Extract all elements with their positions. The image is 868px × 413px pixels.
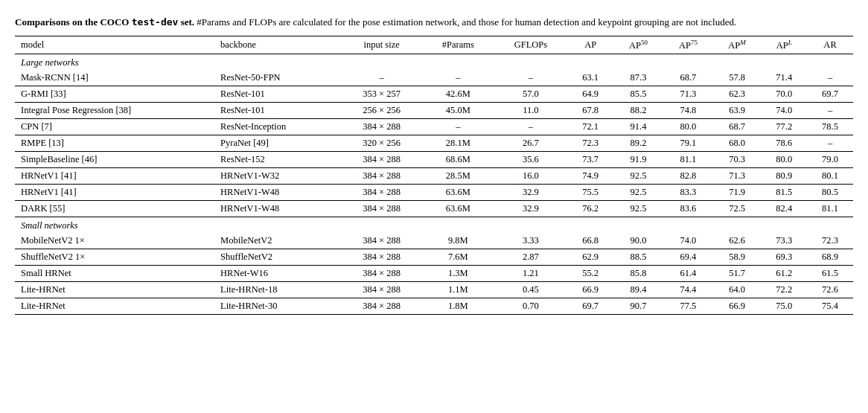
cell-ap50: 85.8 xyxy=(613,265,663,281)
cell-apm: 70.3 xyxy=(713,151,761,167)
cell-params: 28.1M xyxy=(422,135,494,151)
cell-ap: 62.9 xyxy=(567,249,613,265)
cell-apm: 71.3 xyxy=(713,167,761,184)
cell-ap75: 80.0 xyxy=(663,118,713,135)
cell-apm: 51.7 xyxy=(713,265,761,281)
cell-input_size: 384 × 288 xyxy=(341,184,422,200)
cell-backbone: ResNet-101 xyxy=(214,86,341,102)
cell-input_size: 353 × 257 xyxy=(341,86,422,102)
cell-input_size: 384 × 288 xyxy=(341,298,422,314)
col-header-backbone: backbone xyxy=(214,36,341,54)
cell-ap75: 74.8 xyxy=(663,102,713,118)
cell-ap: 66.8 xyxy=(567,233,613,249)
cell-gflops: 35.6 xyxy=(494,151,568,167)
cell-gflops: 32.9 xyxy=(494,200,568,217)
cell-ap50: 90.0 xyxy=(613,233,663,249)
col-header-apm: APM xyxy=(713,36,761,54)
cell-params: 45.0M xyxy=(422,102,494,118)
cell-params: 7.6M xyxy=(422,249,494,265)
section-label: Small networks xyxy=(15,217,853,233)
cell-apl: 80.0 xyxy=(761,151,807,167)
cell-input_size: 384 × 288 xyxy=(341,281,422,298)
cell-ar: 78.5 xyxy=(807,118,853,135)
cell-ap50: 87.3 xyxy=(613,70,663,86)
cell-input_size: 384 × 288 xyxy=(341,249,422,265)
cell-params: 9.8M xyxy=(422,233,494,249)
cell-ar: 80.5 xyxy=(807,184,853,200)
cell-apl: 82.4 xyxy=(761,200,807,217)
cell-apm: 72.5 xyxy=(713,200,761,217)
col-header-gflops: GFLOPs xyxy=(494,36,568,54)
table-row: HRNetV1 [41]HRNetV1-W48384 × 28863.6M32.… xyxy=(15,184,853,200)
cell-ar: 81.1 xyxy=(807,200,853,217)
cell-params: 68.6M xyxy=(422,151,494,167)
cell-ar: – xyxy=(807,135,853,151)
cell-params: 1.8M xyxy=(422,298,494,314)
cell-ap: 74.9 xyxy=(567,167,613,184)
cell-backbone: ResNet-Inception xyxy=(214,118,341,135)
cell-model: Lite-HRNet xyxy=(15,281,214,298)
col-header-ap50: AP50 xyxy=(613,36,663,54)
cell-apl: 74.0 xyxy=(761,102,807,118)
cell-ap75: 74.4 xyxy=(663,281,713,298)
cell-backbone: ResNet-152 xyxy=(214,151,341,167)
cell-params: 28.5M xyxy=(422,167,494,184)
cell-ar: 69.7 xyxy=(807,86,853,102)
cell-backbone: Lite-HRNet-30 xyxy=(214,298,341,314)
cell-ap50: 92.5 xyxy=(613,167,663,184)
col-header-ap: AP xyxy=(567,36,613,54)
cell-ap50: 89.2 xyxy=(613,135,663,151)
cell-apm: 64.0 xyxy=(713,281,761,298)
cell-apl: 73.3 xyxy=(761,233,807,249)
cell-input_size: 384 × 288 xyxy=(341,233,422,249)
cell-apm: 68.7 xyxy=(713,118,761,135)
cell-ap75: 77.5 xyxy=(663,298,713,314)
comparison-table: model backbone input size #Params GFLOPs… xyxy=(15,36,853,315)
section-label: Large networks xyxy=(15,54,853,70)
cell-apm: 63.9 xyxy=(713,102,761,118)
cell-apl: 80.9 xyxy=(761,167,807,184)
cell-params: 42.6M xyxy=(422,86,494,102)
col-header-apl: APL xyxy=(761,36,807,54)
cell-apl: 81.5 xyxy=(761,184,807,200)
cell-ap: 63.1 xyxy=(567,70,613,86)
cell-apm: 66.9 xyxy=(713,298,761,314)
cell-ar: 79.0 xyxy=(807,151,853,167)
cell-params: 63.6M xyxy=(422,200,494,217)
table-row: ShuffleNetV2 1×ShuffleNetV2384 × 2887.6M… xyxy=(15,249,853,265)
table-row: SimpleBaseline [46]ResNet-152384 × 28868… xyxy=(15,151,853,167)
cell-ap: 73.7 xyxy=(567,151,613,167)
cell-backbone: PyraNet [49] xyxy=(214,135,341,151)
cell-gflops: 2.87 xyxy=(494,249,568,265)
cell-ap50: 85.5 xyxy=(613,86,663,102)
cell-input_size: 384 × 288 xyxy=(341,265,422,281)
cell-apl: 75.0 xyxy=(761,298,807,314)
cell-ap50: 92.5 xyxy=(613,200,663,217)
cell-gflops: 57.0 xyxy=(494,86,568,102)
cell-gflops: 1.21 xyxy=(494,265,568,281)
cell-gflops: 32.9 xyxy=(494,184,568,200)
cell-backbone: ResNet-50-FPN xyxy=(214,70,341,86)
cell-ap: 76.2 xyxy=(567,200,613,217)
cell-backbone: ResNet-101 xyxy=(214,102,341,118)
cell-ar: – xyxy=(807,70,853,86)
cell-ar: – xyxy=(807,102,853,118)
cell-ap75: 74.0 xyxy=(663,233,713,249)
caption-bold: Comparisons on the COCO test-dev set. xyxy=(15,16,194,28)
cell-apl: 72.2 xyxy=(761,281,807,298)
cell-apl: 70.0 xyxy=(761,86,807,102)
cell-ap50: 92.5 xyxy=(613,184,663,200)
cell-ap: 64.9 xyxy=(567,86,613,102)
cell-backbone: Lite-HRNet-18 xyxy=(214,281,341,298)
col-header-input-size: input size xyxy=(341,36,422,54)
cell-input_size: 384 × 288 xyxy=(341,167,422,184)
cell-model: Mask-RCNN [14] xyxy=(15,70,214,86)
cell-ap50: 90.7 xyxy=(613,298,663,314)
cell-ap: 72.3 xyxy=(567,135,613,151)
col-header-params: #Params xyxy=(422,36,494,54)
cell-params: 63.6M xyxy=(422,184,494,200)
cell-backbone: HRNet-W16 xyxy=(214,265,341,281)
cell-apl: 77.2 xyxy=(761,118,807,135)
cell-ap50: 91.4 xyxy=(613,118,663,135)
cell-ap75: 71.3 xyxy=(663,86,713,102)
